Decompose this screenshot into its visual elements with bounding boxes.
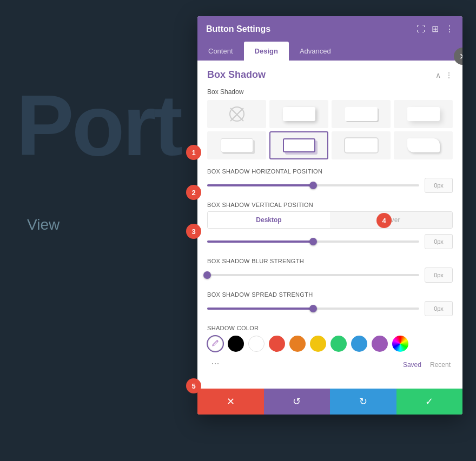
swatch-black[interactable] — [228, 336, 244, 352]
badge-4: 4 — [376, 213, 392, 228]
shadow-color-field: Shadow Color ··· — [207, 325, 453, 371]
shadow-style-1[interactable] — [269, 100, 328, 128]
action-bar: ✕ ↺ ↻ ✓ — [197, 389, 462, 415]
h-position-track — [207, 184, 419, 186]
shadow-style-none[interactable] — [207, 100, 266, 128]
spread-field: Box Shadow Spread Strength 0px — [207, 291, 453, 316]
section-title: Box Shadow — [207, 69, 266, 81]
section-header: Box Shadow ∧ ⋮ — [207, 69, 453, 81]
shadow-style-7[interactable] — [394, 131, 453, 159]
shadow-preview-6 — [345, 138, 378, 152]
redo-button[interactable]: ↻ — [330, 389, 396, 415]
v-position-label: Box Shadow Vertical Position — [207, 202, 453, 208]
v-position-slider[interactable] — [207, 236, 419, 247]
panel-body: Box Shadow ∧ ⋮ Box Shadow — [197, 61, 462, 389]
section-header-icons: ∧ ⋮ — [435, 71, 453, 79]
v-position-fill — [207, 240, 313, 243]
spread-value[interactable]: 0px — [425, 301, 453, 316]
shadow-style-6[interactable] — [332, 131, 391, 159]
swatch-transparent[interactable] — [207, 336, 223, 352]
blur-thumb[interactable] — [203, 271, 211, 279]
saved-label[interactable]: Saved — [403, 361, 421, 369]
panel-title: Button Settings — [206, 24, 270, 34]
shadow-color-label: Shadow Color — [207, 325, 453, 331]
h-position-slider[interactable] — [207, 180, 419, 191]
h-position-fill — [207, 184, 313, 186]
panel-header: Button Settings ⛶ ⊞ ⋮ — [197, 16, 462, 42]
section-more-icon[interactable]: ⋮ — [445, 71, 453, 79]
shadow-preview-5 — [283, 138, 315, 152]
shadow-style-5[interactable] — [269, 131, 328, 159]
swatch-orange[interactable] — [289, 336, 306, 352]
swatch-green[interactable] — [330, 336, 347, 352]
swatch-red[interactable] — [269, 336, 285, 352]
spread-track — [207, 308, 419, 310]
h-position-slider-row: 0px — [207, 178, 453, 193]
more-swatches-button[interactable]: ··· — [207, 355, 223, 371]
blur-label: Box Shadow Blur Strength — [207, 258, 453, 264]
spread-label: Box Shadow Spread Strength — [207, 291, 453, 298]
cancel-button[interactable]: ✕ — [197, 389, 264, 415]
tab-advanced[interactable]: Advanced — [289, 42, 342, 61]
shadow-style-2[interactable] — [332, 100, 391, 128]
h-position-label: Box Shadow Horizontal Position — [207, 168, 453, 175]
blur-field: Box Shadow Blur Strength 0px — [207, 258, 453, 283]
badge-1: 1 — [186, 145, 201, 160]
color-swatches — [207, 336, 453, 352]
spread-thumb[interactable] — [309, 305, 317, 312]
swatch-blue[interactable] — [351, 336, 367, 352]
shadow-preview-4 — [221, 138, 253, 152]
columns-icon[interactable]: ⊞ — [432, 24, 439, 34]
swatch-yellow[interactable] — [310, 336, 326, 352]
blur-track — [207, 274, 419, 276]
desktop-tab[interactable]: Desktop — [208, 212, 330, 228]
h-position-thumb[interactable] — [309, 182, 317, 189]
desktop-hover-toggle: Desktop Hover — [207, 211, 453, 229]
v-position-thumb[interactable] — [309, 238, 317, 245]
no-shadow-icon — [229, 106, 244, 122]
v-position-field: Box Shadow Vertical Position Desktop Hov… — [207, 202, 453, 249]
swatch-white[interactable] — [248, 336, 265, 352]
background-big-text: Port — [16, 76, 181, 175]
reset-button[interactable]: ↺ — [264, 389, 330, 415]
tab-content[interactable]: Content — [197, 42, 244, 61]
v-position-track — [207, 240, 419, 243]
badge-3: 3 — [186, 224, 201, 239]
save-button[interactable]: ✓ — [396, 389, 463, 415]
eyedropper-icon — [211, 339, 220, 348]
collapse-icon[interactable]: ∧ — [435, 71, 441, 79]
button-settings-panel: Button Settings ⛶ ⊞ ⋮ Content Design Adv… — [197, 16, 462, 415]
shadow-preview-7 — [407, 138, 440, 152]
blur-slider[interactable] — [207, 270, 419, 280]
tab-design[interactable]: Design — [244, 42, 289, 61]
recent-label[interactable]: Recent — [430, 361, 451, 369]
swatch-purple[interactable] — [372, 336, 388, 352]
badge-2: 2 — [186, 185, 201, 200]
badge-5: 5 — [186, 378, 201, 393]
spread-fill — [207, 308, 313, 310]
h-position-field: Box Shadow Horizontal Position 0px — [207, 168, 453, 193]
background-view-text: View — [27, 216, 60, 233]
panel-tabs: Content Design Advanced — [197, 42, 462, 61]
shadow-styles-grid — [207, 100, 453, 159]
blur-slider-row: 0px — [207, 268, 453, 283]
spread-slider[interactable] — [207, 303, 419, 314]
blur-value[interactable]: 0px — [425, 268, 453, 283]
shadow-style-3[interactable] — [394, 100, 453, 128]
shadow-style-4[interactable] — [207, 131, 266, 159]
spread-slider-row: 0px — [207, 301, 453, 316]
shadow-preview-1 — [283, 107, 315, 121]
more-icon[interactable]: ⋮ — [445, 24, 454, 34]
v-position-value[interactable]: 0px — [425, 234, 453, 249]
shadow-preview-3 — [407, 107, 440, 121]
color-footer: Saved Recent — [403, 361, 453, 369]
panel-header-icons: ⛶ ⊞ ⋮ — [416, 24, 454, 34]
box-shadow-label: Box Shadow — [207, 88, 453, 96]
fullscreen-icon[interactable]: ⛶ — [416, 24, 425, 34]
h-position-value[interactable]: 0px — [425, 178, 453, 193]
swatch-rainbow[interactable] — [392, 336, 408, 352]
v-position-slider-row: 0px — [207, 234, 453, 249]
shadow-preview-2 — [345, 107, 378, 121]
